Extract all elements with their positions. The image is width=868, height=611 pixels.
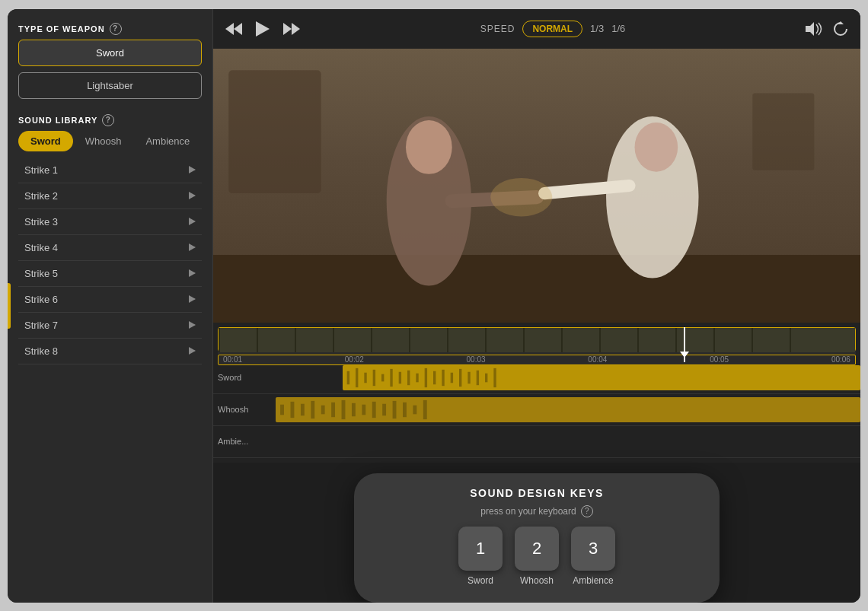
svg-rect-27 (485, 328, 487, 352)
svg-rect-56 (280, 404, 284, 415)
whoosh-clip (276, 397, 860, 422)
list-item[interactable]: Strike 3 (18, 209, 202, 235)
key-2-label: Whoosh (520, 575, 554, 586)
tab-whoosh[interactable]: Whoosh (73, 131, 134, 151)
sword-track-content[interactable] (251, 362, 860, 393)
svg-marker-3 (283, 23, 292, 35)
counter1-text: 1/3 (590, 23, 604, 34)
svg-rect-47 (433, 371, 436, 383)
rewind-button[interactable] (225, 23, 242, 35)
video-scene (213, 49, 860, 323)
key-1-label: Sword (468, 575, 493, 586)
svg-rect-37 (347, 371, 349, 383)
sword-clip (343, 365, 860, 390)
speed-badge: NORMAL (522, 21, 582, 37)
weapon-help-icon[interactable]: ? (110, 23, 122, 35)
fast-forward-button[interactable] (283, 23, 300, 35)
play-arrow-icon (189, 295, 196, 303)
svg-rect-24 (371, 328, 372, 352)
svg-rect-44 (407, 370, 410, 384)
filmstrip-content (219, 328, 855, 352)
svg-rect-51 (468, 371, 470, 383)
weapon-lightsaber-button[interactable]: Lightsaber (18, 72, 202, 99)
svg-rect-53 (485, 373, 487, 382)
strike-list: Strike 1 Strike 2 Strike 3 Strike 4 Stri… (18, 158, 202, 364)
svg-rect-52 (477, 370, 479, 384)
svg-rect-19 (219, 328, 855, 352)
filmstrip (218, 327, 856, 352)
key-2-button[interactable]: 2 (515, 527, 559, 571)
keyboard-hint-help-icon[interactable]: ? (581, 505, 593, 517)
play-arrow-icon (189, 243, 196, 251)
svg-rect-42 (390, 368, 392, 386)
speed-section: SPEED NORMAL 1/3 1/6 (480, 21, 626, 37)
ambience-track: Ambie... (213, 426, 860, 458)
timeline-scrubber[interactable]: 00:01 00:02 00:03 00:04 00:05 00:06 (218, 327, 856, 362)
key-3-label: Ambience (573, 575, 613, 586)
list-item[interactable]: Strike 7 (18, 313, 202, 339)
reset-icon (833, 21, 848, 37)
svg-marker-1 (234, 23, 242, 35)
svg-rect-35 (790, 328, 791, 352)
svg-rect-28 (523, 328, 525, 352)
whoosh-track: Whoosh (213, 394, 860, 426)
svg-rect-59 (311, 400, 314, 418)
svg-rect-65 (372, 401, 376, 417)
video-area (213, 49, 860, 323)
svg-rect-17 (752, 93, 814, 170)
play-arrow-icon (189, 321, 196, 329)
svg-marker-0 (225, 23, 234, 35)
svg-point-18 (490, 177, 552, 216)
play-arrow-icon (189, 192, 196, 199)
volume-icon (806, 22, 822, 36)
sound-library-help-icon[interactable]: ? (102, 114, 114, 126)
svg-rect-34 (752, 328, 753, 352)
ambience-track-content[interactable] (251, 426, 860, 457)
rewind-icon (225, 23, 242, 35)
svg-rect-31 (637, 328, 639, 352)
tab-ambience[interactable]: Ambience (133, 131, 202, 151)
svg-rect-58 (301, 403, 305, 415)
tab-sword[interactable]: Sword (18, 131, 73, 151)
key-group-2: 2 Whoosh (515, 527, 559, 586)
key-buttons: 1 Sword 2 Whoosh 3 Ambience (458, 527, 615, 586)
svg-rect-25 (409, 328, 410, 352)
toolbar: SPEED NORMAL 1/3 1/6 (213, 9, 860, 49)
weapon-section-title: TYPE OF WEAPON ? (18, 23, 202, 35)
svg-rect-70 (423, 399, 427, 418)
svg-rect-22 (295, 328, 296, 352)
list-item[interactable]: Strike 1 (18, 158, 202, 183)
list-item[interactable]: Strike 8 (18, 339, 202, 364)
svg-rect-64 (362, 404, 365, 415)
svg-rect-60 (321, 405, 325, 414)
list-item[interactable]: Strike 5 (18, 261, 202, 287)
svg-rect-66 (382, 403, 386, 415)
sound-library-title: SOUND LIBRARY ? (18, 114, 202, 126)
play-arrow-icon (189, 166, 196, 173)
key-group-1: 1 Sword (458, 527, 503, 586)
svg-rect-39 (364, 372, 366, 383)
play-button[interactable] (256, 21, 270, 37)
speed-label: SPEED (480, 24, 515, 34)
key-1-button[interactable]: 1 (458, 527, 503, 571)
svg-rect-48 (442, 369, 444, 385)
play-icon (256, 21, 270, 37)
list-item[interactable]: Strike 4 (18, 235, 202, 261)
sword-track: Sword (213, 362, 860, 394)
accent-bar (8, 283, 11, 329)
svg-rect-41 (381, 374, 384, 381)
list-item[interactable]: Strike 6 (18, 287, 202, 313)
weapon-sword-button[interactable]: Sword (18, 40, 202, 66)
svg-rect-49 (451, 372, 453, 383)
list-item[interactable]: Strike 2 (18, 183, 202, 209)
sound-tabs: Sword Whoosh Ambience (18, 131, 202, 151)
volume-button[interactable] (806, 22, 822, 36)
svg-rect-68 (403, 402, 407, 416)
key-3-button[interactable]: 3 (571, 527, 615, 571)
play-arrow-icon (189, 218, 196, 225)
svg-rect-38 (356, 368, 358, 387)
svg-rect-50 (459, 368, 461, 386)
reset-button[interactable] (833, 21, 848, 37)
svg-rect-62 (342, 399, 346, 418)
whoosh-track-content[interactable] (251, 394, 860, 425)
